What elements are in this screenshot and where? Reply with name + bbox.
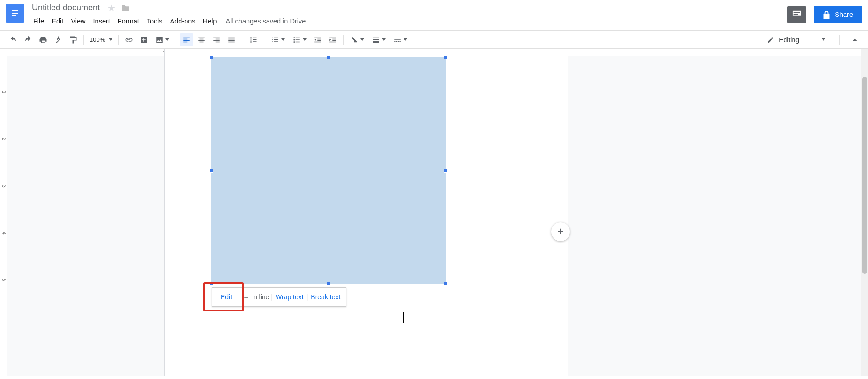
menu-help[interactable]: Help — [200, 15, 220, 27]
resize-handle-t[interactable] — [327, 55, 330, 59]
menu-edit[interactable]: Edit — [48, 15, 67, 27]
align-center-icon[interactable] — [195, 33, 208, 46]
resize-handle-l[interactable] — [210, 169, 213, 173]
context-wrap-option[interactable]: Wrap text — [275, 293, 305, 301]
scrollbar-thumb[interactable] — [862, 77, 867, 274]
svg-rect-23 — [398, 41, 399, 42]
insert-image-icon[interactable] — [152, 33, 172, 46]
chevron-down-icon — [303, 38, 307, 41]
lock-icon — [823, 11, 830, 19]
menu-bar: File Edit View Insert Format Tools Add-o… — [30, 15, 787, 27]
svg-rect-20 — [395, 39, 401, 40]
vertical-ruler[interactable]: 1 2 3 4 5 — [0, 49, 7, 376]
insert-comment-icon[interactable] — [137, 33, 150, 46]
comments-icon[interactable] — [787, 6, 806, 23]
share-label: Share — [835, 11, 853, 18]
star-icon[interactable] — [107, 4, 116, 12]
increase-indent-icon[interactable] — [326, 33, 339, 46]
svg-rect-21 — [395, 41, 396, 42]
resize-handle-br[interactable] — [444, 282, 448, 286]
resize-handle-b[interactable] — [327, 282, 330, 286]
editing-mode-button[interactable]: Editing — [760, 33, 832, 46]
align-justify-icon[interactable] — [225, 33, 238, 46]
menu-tools[interactable]: Tools — [143, 15, 166, 27]
svg-rect-2 — [12, 13, 18, 14]
vruler-4: 4 — [1, 232, 7, 235]
numbered-list-icon[interactable] — [268, 33, 288, 46]
chevron-down-icon — [281, 38, 285, 41]
context-edit-button[interactable]: Edit — [212, 293, 240, 301]
chevron-down-icon — [165, 38, 169, 41]
svg-rect-16 — [373, 41, 380, 43]
clear-formatting-icon[interactable] — [347, 33, 367, 46]
insert-link-icon[interactable] — [122, 33, 135, 46]
svg-point-12 — [294, 41, 295, 43]
chevron-down-icon — [109, 38, 112, 41]
spellcheck-icon[interactable] — [52, 33, 65, 46]
folder-move-icon[interactable] — [121, 4, 130, 12]
resize-handle-tr[interactable] — [444, 55, 448, 59]
svg-rect-5 — [794, 12, 800, 13]
svg-rect-13 — [354, 41, 357, 42]
editing-label: Editing — [779, 36, 799, 44]
bulleted-list-icon[interactable] — [290, 33, 309, 46]
svg-rect-17 — [395, 38, 397, 38]
header-bar: Untitled document File Edit View Insert … — [0, 0, 868, 27]
svg-rect-24 — [400, 41, 401, 42]
vruler-2: 2 — [1, 138, 7, 141]
svg-rect-8 — [157, 37, 163, 43]
svg-rect-3 — [12, 15, 16, 16]
svg-rect-6 — [794, 14, 798, 15]
vruler-1: 1 — [1, 91, 7, 94]
docs-logo-icon[interactable] — [6, 4, 24, 23]
context-inline-option[interactable]: n line — [252, 293, 269, 301]
paint-format-icon[interactable] — [67, 33, 80, 46]
context-break-option[interactable]: Break text — [310, 293, 341, 301]
print-icon[interactable] — [37, 33, 50, 46]
svg-rect-4 — [793, 11, 801, 16]
vruler-3: 3 — [1, 185, 7, 188]
resize-handle-tl[interactable] — [210, 55, 213, 59]
undo-icon[interactable] — [7, 33, 20, 46]
line-spacing-icon[interactable] — [246, 33, 260, 46]
toolbar: 100% Editing — [0, 30, 868, 49]
zoom-select[interactable]: 100% — [90, 36, 112, 43]
context-separator: – — [240, 293, 252, 301]
svg-rect-14 — [373, 37, 380, 38]
document-title[interactable]: Untitled document — [30, 3, 102, 13]
vertical-scrollbar[interactable] — [861, 49, 868, 376]
align-right-icon[interactable] — [210, 33, 223, 46]
svg-rect-22 — [396, 41, 397, 42]
menu-insert[interactable]: Insert — [90, 15, 113, 27]
explore-button[interactable]: + — [551, 222, 570, 241]
resize-handle-r[interactable] — [444, 169, 448, 173]
text-cursor — [403, 312, 404, 323]
resize-handle-bl[interactable] — [210, 282, 213, 286]
selected-drawing[interactable] — [211, 57, 446, 284]
share-button[interactable]: Share — [814, 6, 862, 23]
border-weight-icon[interactable] — [369, 33, 389, 46]
menu-file[interactable]: File — [30, 15, 47, 27]
image-context-toolbar: Edit – n line | Wrap text | Break text — [212, 287, 346, 307]
menu-format[interactable]: Format — [114, 15, 142, 27]
chevron-down-icon — [404, 38, 407, 41]
redo-icon[interactable] — [22, 33, 35, 46]
menu-view[interactable]: View — [67, 15, 89, 27]
save-status[interactable]: All changes saved in Drive — [225, 17, 306, 25]
svg-rect-19 — [399, 38, 401, 38]
collapse-toolbar-icon[interactable] — [848, 33, 861, 46]
vruler-5: 5 — [1, 279, 7, 281]
chevron-down-icon — [822, 38, 825, 41]
zoom-value: 100% — [90, 36, 105, 43]
svg-rect-18 — [397, 38, 399, 38]
pencil-icon — [767, 36, 774, 44]
plus-icon: + — [558, 226, 564, 238]
decrease-indent-icon[interactable] — [311, 33, 324, 46]
menu-addons[interactable]: Add-ons — [167, 15, 199, 27]
svg-point-10 — [294, 37, 295, 38]
align-left-icon[interactable] — [180, 33, 193, 46]
chevron-down-icon — [382, 38, 386, 41]
svg-rect-15 — [373, 39, 380, 40]
border-dash-icon[interactable] — [390, 33, 410, 46]
svg-rect-1 — [12, 10, 18, 11]
